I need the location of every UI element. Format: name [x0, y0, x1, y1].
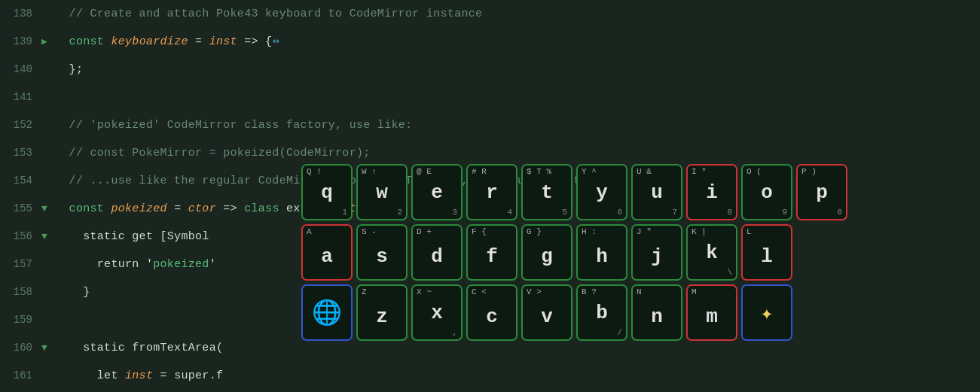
- key-e[interactable]: @ Ee3: [411, 164, 463, 220]
- line-number: 140: [0, 56, 41, 84]
- key-main-label: d: [431, 247, 443, 266]
- key-top-label: X ~: [413, 286, 461, 296]
- key-x[interactable]: X ~x,: [411, 284, 463, 341]
- key-u[interactable]: U &u7: [631, 164, 682, 220]
- key-y[interactable]: Y ^y6: [576, 164, 627, 220]
- key-j[interactable]: J "j: [631, 224, 682, 281]
- key-l[interactable]: Ll: [741, 224, 792, 281]
- globe-key[interactable]: 🌐: [301, 284, 353, 341]
- key-h[interactable]: H :h: [576, 224, 627, 281]
- key-o[interactable]: O (o9: [741, 164, 792, 220]
- code-line: 141: [0, 84, 980, 111]
- key-main-label: m: [706, 307, 718, 327]
- key-top-label: Y ^: [578, 166, 626, 176]
- key-main-label: o: [761, 183, 773, 202]
- keyboard-row-0: Q !q1W ↑w2@ Ee3# Rr4$ T %t5Y ^y6U &u7I *…: [301, 164, 889, 220]
- key-top-label: A: [303, 226, 351, 236]
- keyboard-row-1: AaS -sD +dF {fG }gH :hJ "jK |k\Ll: [301, 224, 889, 281]
- key-main-label: q: [321, 183, 333, 202]
- key-s[interactable]: S -s: [356, 224, 408, 281]
- key-n[interactable]: Nn: [631, 284, 682, 341]
- key-top-label: F {: [468, 226, 516, 236]
- key-c[interactable]: C <c: [466, 284, 517, 341]
- key-main-label: e: [431, 183, 443, 202]
- key-t[interactable]: $ T %t5: [521, 164, 572, 220]
- key-top-label: N: [633, 286, 681, 296]
- fold-arrow[interactable]: ▼: [41, 223, 55, 251]
- key-sub-label: ,: [448, 329, 461, 339]
- key-main-label: r: [486, 183, 498, 202]
- key-v[interactable]: V >v: [521, 284, 572, 341]
- code-line: 138 // Create and attach Poke43 keyboard…: [0, 0, 980, 28]
- key-sub-label: [673, 277, 681, 279]
- key-main-label: f: [486, 247, 498, 266]
- key-sub-label: [398, 337, 406, 339]
- key-main-label: s: [376, 247, 388, 266]
- key-k[interactable]: K |k\: [686, 224, 737, 281]
- code-line: 139▶ const keyboardize = inst => {⇔: [0, 28, 980, 56]
- key-sub-label: \: [723, 269, 736, 279]
- line-content: };: [55, 56, 980, 84]
- key-top-label: # R: [468, 166, 516, 176]
- fold-arrow[interactable]: ▼: [41, 195, 55, 223]
- line-number: 152: [0, 111, 41, 139]
- key-main-label: y: [596, 183, 608, 202]
- key-main-label: x: [431, 303, 443, 323]
- key-z[interactable]: Zz: [356, 284, 408, 341]
- key-sub-label: 3: [448, 208, 461, 219]
- line-number: 139: [0, 28, 41, 56]
- key-top-label: S -: [358, 226, 406, 236]
- key-top-label: L: [743, 226, 791, 236]
- line-number: 155: [0, 195, 41, 223]
- fold-arrow[interactable]: ▼: [41, 334, 55, 362]
- key-top-label: I *: [688, 166, 736, 176]
- key-sub-label: 0: [833, 208, 846, 219]
- key-sub-label: [343, 277, 351, 279]
- key-top-label: $ T %: [523, 166, 571, 176]
- line-number: 160: [0, 334, 41, 362]
- key-sub-label: [508, 337, 516, 339]
- line-number: 138: [0, 0, 41, 28]
- key-sub-label: [398, 277, 406, 279]
- line-number: 159: [0, 306, 41, 334]
- key-b[interactable]: B ?b/: [576, 284, 627, 341]
- key-sub-label: [728, 337, 736, 339]
- key-sub-label: 5: [558, 208, 571, 219]
- key-a[interactable]: Aa: [301, 224, 353, 281]
- key-w[interactable]: W ↑w2: [356, 164, 408, 220]
- key-top-label: H :: [578, 226, 626, 236]
- code-line: 153 // const PokeMirror = pokeized(CodeM…: [0, 139, 980, 167]
- key-sub-label: 6: [613, 208, 626, 219]
- globe-icon: 🌐: [312, 298, 342, 328]
- key-top-label: D +: [413, 226, 461, 236]
- key-main-label: n: [651, 307, 663, 327]
- key-main-label: h: [596, 247, 608, 266]
- line-number: 157: [0, 251, 41, 278]
- line-number: 158: [0, 278, 41, 306]
- key-d[interactable]: D +d: [411, 224, 463, 281]
- fold-arrow[interactable]: ▶: [41, 28, 55, 56]
- key-r[interactable]: # Rr4: [466, 164, 517, 220]
- key-main-label: p: [816, 183, 828, 202]
- code-line: 140 };: [0, 56, 980, 84]
- key-main-label: i: [706, 183, 718, 202]
- key-q[interactable]: Q !q1: [301, 164, 353, 220]
- line-content: // const PokeMirror = pokeized(CodeMirro…: [55, 139, 980, 167]
- key-main-label: j: [651, 247, 663, 266]
- code-line: 152 // 'pokeized' CodeMirror class facto…: [0, 111, 980, 139]
- key-top-label: M: [688, 286, 736, 296]
- key-main-label: u: [651, 183, 663, 202]
- key-i[interactable]: I *i8: [686, 164, 737, 220]
- key-p[interactable]: P )p0: [796, 164, 847, 220]
- star-key[interactable]: ✦: [741, 284, 792, 341]
- key-sub-label: /: [613, 329, 626, 339]
- key-g[interactable]: G }g: [521, 224, 572, 281]
- keyboard-overlay[interactable]: Q !q1W ↑w2@ Ee3# Rr4$ T %t5Y ^y6U &u7I *…: [301, 164, 889, 382]
- key-sub-label: 8: [723, 208, 736, 219]
- key-f[interactable]: F {f: [466, 224, 517, 281]
- key-top-label: G }: [523, 226, 571, 236]
- key-top-label: U &: [633, 166, 681, 176]
- line-content: // 'pokeized' CodeMirror class factory, …: [55, 111, 980, 139]
- key-main-label: g: [541, 247, 553, 266]
- key-m[interactable]: Mm: [686, 284, 737, 341]
